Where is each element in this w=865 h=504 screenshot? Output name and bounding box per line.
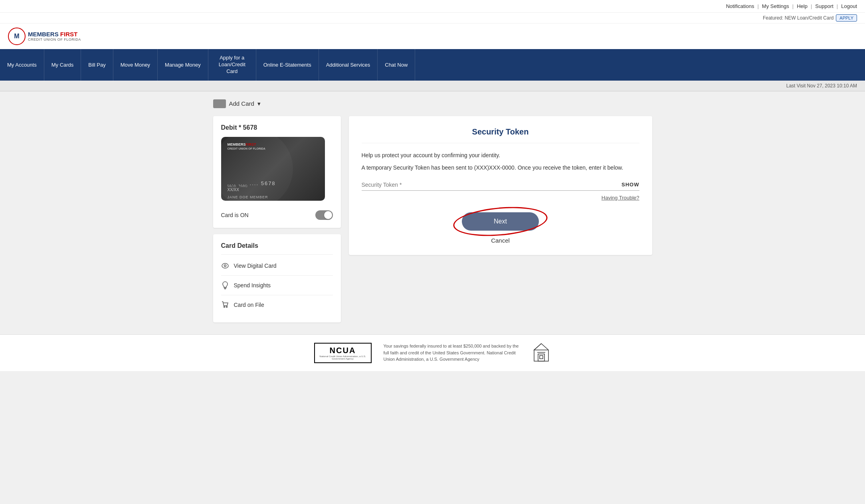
help-link[interactable]: Help <box>797 3 808 9</box>
svg-point-1 <box>224 265 226 267</box>
valid-label: VALID <box>228 185 236 188</box>
last-visit-bar: Last Visit Nov 27, 2023 10:10 AM <box>0 81 865 91</box>
thru-label: THRU <box>239 185 247 188</box>
chevron-down-icon: ▾ <box>257 100 261 107</box>
card-holder-name: JANE DOE MEMBER <box>228 195 268 199</box>
sep1: | <box>757 3 758 9</box>
featured-label: Featured: <box>763 15 783 21</box>
footer-insured-text: Your savings federally insured to at lea… <box>384 343 519 363</box>
logo-circle-icon: M <box>8 28 26 45</box>
add-card-label: Add Card <box>229 100 254 107</box>
spend-insights-label: Spend Insights <box>234 282 271 289</box>
logo-name: MEMBERS FIRST <box>28 31 81 38</box>
nav-item-move-money[interactable]: Move Money <box>113 49 158 81</box>
svg-rect-8 <box>540 356 543 359</box>
view-digital-card-label: View Digital Card <box>234 263 277 269</box>
cancel-button[interactable]: Cancel <box>491 237 510 244</box>
lightbulb-icon <box>221 281 229 289</box>
featured-bar: Featured: NEW Loan/Credit Card APPLY <box>0 13 865 24</box>
ncua-label: NCUA <box>319 346 367 355</box>
security-token-panel: Security Token Help us protect your acco… <box>349 116 652 255</box>
next-btn-wrapper: Next <box>462 212 539 231</box>
ncua-sublabel: National Credit Union Administration, a … <box>319 355 367 360</box>
card-title: Debit * 5678 <box>221 124 333 131</box>
notifications-link[interactable]: Notifications <box>726 3 754 9</box>
last-visit-text: Last Visit Nov 27, 2023 10:10 AM <box>786 83 857 89</box>
security-token-input[interactable] <box>362 182 622 188</box>
top-utility-bar: Notifications | My Settings | Help | Sup… <box>0 0 865 13</box>
main-content: Add Card ▾ Debit * 5678 MEMBERSFIRSTCRED… <box>0 91 865 330</box>
show-token-button[interactable]: SHOW <box>622 182 639 188</box>
svg-point-4 <box>224 306 225 307</box>
debit-card-visual: MEMBERSFIRSTCREDIT UNION OF FLORIDA ....… <box>221 137 325 201</box>
toggle-knob <box>324 211 332 219</box>
card-toggle-label: Card is ON <box>221 212 249 218</box>
apply-button[interactable]: APPLY <box>836 14 857 22</box>
logo-letter: M <box>14 33 19 40</box>
logout-link[interactable]: Logout <box>841 3 857 9</box>
nav-item-manage-money[interactable]: Manage Money <box>158 49 208 81</box>
card-brand-logo: MEMBERSFIRSTCREDIT UNION OF FLORIDA <box>228 142 319 150</box>
header: M MEMBERS FIRST CREDIT UNION OF FLORIDA <box>0 24 865 49</box>
having-trouble-section: Having Trouble? <box>362 194 639 201</box>
left-panel: Debit * 5678 MEMBERSFIRSTCREDIT UNION OF… <box>213 116 341 322</box>
next-button[interactable]: Next <box>462 212 539 231</box>
security-token-title: Security Token <box>362 127 639 143</box>
view-digital-card-item[interactable]: View Digital Card <box>221 256 333 276</box>
logo-text: MEMBERS FIRST CREDIT UNION OF FLORIDA <box>28 31 81 42</box>
card-section: Debit * 5678 MEMBERSFIRSTCREDIT UNION OF… <box>213 116 341 228</box>
having-trouble-link[interactable]: Having Trouble? <box>602 195 639 201</box>
featured-promo: NEW Loan/Credit Card <box>785 15 834 21</box>
logo-first: FIRST <box>59 31 78 38</box>
card-toggle-row: Card is ON <box>221 207 333 220</box>
card-toggle-switch[interactable] <box>315 210 333 220</box>
nav-item-additional-services[interactable]: Additional Services <box>319 49 378 81</box>
nav-item-online-statements[interactable]: Online E-Statements <box>256 49 319 81</box>
card-on-file-item[interactable]: Card on File <box>221 295 333 314</box>
nav-item-bill-pay[interactable]: Bill Pay <box>81 49 113 81</box>
logo-subtitle: CREDIT UNION OF FLORIDA <box>28 38 81 42</box>
card-details-section: Card Details View Digital Card <box>213 234 341 322</box>
nav-item-chat-now[interactable]: Chat Now <box>378 49 415 81</box>
security-desc1: Help us protect your account by confirmi… <box>362 151 639 160</box>
security-desc2: A temporary Security Token has been sent… <box>362 164 639 172</box>
card-date: XX/XX <box>228 188 248 192</box>
action-buttons: Next Cancel <box>362 212 639 244</box>
nav-item-apply-loan[interactable]: Apply for a Loan/Credit Card <box>208 49 256 81</box>
eye-icon <box>221 262 229 270</box>
nav-item-my-accounts[interactable]: My Accounts <box>0 49 44 81</box>
svg-point-0 <box>222 263 228 268</box>
equal-housing-icon <box>531 343 551 363</box>
support-link[interactable]: Support <box>815 3 833 9</box>
svg-rect-7 <box>538 354 544 361</box>
svg-point-5 <box>226 306 227 307</box>
cart-icon <box>221 301 229 309</box>
sep3: | <box>811 3 812 9</box>
logo: M MEMBERS FIRST CREDIT UNION OF FLORIDA <box>8 28 81 45</box>
nav-item-my-cards[interactable]: My Cards <box>44 49 81 81</box>
card-on-file-label: Card on File <box>234 302 264 308</box>
nav-bar: My Accounts My Cards Bill Pay Move Money… <box>0 49 865 81</box>
card-icon <box>213 99 226 108</box>
add-card-header[interactable]: Add Card ▾ <box>213 99 652 108</box>
token-input-row: SHOW <box>362 182 639 191</box>
card-details-title: Card Details <box>221 242 333 255</box>
logo-members: MEMBERS <box>28 31 59 38</box>
my-settings-link[interactable]: My Settings <box>762 3 789 9</box>
footer: NCUA National Credit Union Administratio… <box>0 334 865 371</box>
spend-insights-item[interactable]: Spend Insights <box>221 276 333 295</box>
sep4: | <box>837 3 838 9</box>
sep2: | <box>792 3 794 9</box>
